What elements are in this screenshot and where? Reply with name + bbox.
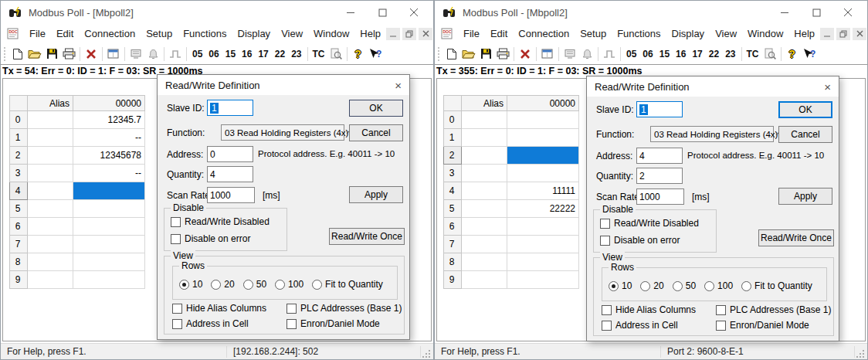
function-15-button[interactable]: 15 <box>656 49 673 59</box>
alias-cell[interactable] <box>462 182 507 200</box>
communication-log-icon[interactable] <box>761 46 778 62</box>
cancel-button[interactable]: Cancel <box>778 126 832 143</box>
context-help-icon[interactable]: ? <box>367 46 384 62</box>
mdi-minimize-icon[interactable] <box>386 28 400 40</box>
toolbar-grip[interactable] <box>438 47 440 61</box>
value-cell[interactable]: 12345678 <box>73 147 145 165</box>
mdi-close-icon[interactable] <box>853 28 866 40</box>
scan-rate-field[interactable]: 1000 <box>636 188 684 205</box>
function-select[interactable]: 03 Read Holding Registers (4x) <box>650 126 774 142</box>
row-header[interactable]: 3 <box>444 165 462 182</box>
test-center-button[interactable]: TC <box>310 49 327 59</box>
open-file-icon[interactable] <box>26 46 43 62</box>
pulse-icon[interactable] <box>601 46 618 62</box>
alias-cell[interactable] <box>28 236 73 253</box>
row-header[interactable]: 9 <box>10 271 28 289</box>
test-center-button[interactable]: TC <box>744 49 761 59</box>
hide-alias-columns-checkbox[interactable]: Hide Alias Columns <box>602 304 696 315</box>
row-header[interactable]: 7 <box>444 236 462 253</box>
rows-100-radio[interactable]: 100 <box>704 280 733 291</box>
hide-alias-columns-checkbox[interactable]: Hide Alias Columns <box>172 303 266 314</box>
read-write-once-button[interactable]: Read/Write Once <box>329 228 405 245</box>
value-cell[interactable] <box>73 236 145 253</box>
row-header[interactable]: 5 <box>444 200 462 218</box>
address-field[interactable]: 0 <box>207 146 253 162</box>
rows-10-radio[interactable]: 10 <box>609 280 632 291</box>
value-cell[interactable] <box>73 253 145 271</box>
scan-rate-field[interactable]: 1000 <box>207 187 255 203</box>
function-16-button[interactable]: 16 <box>673 49 689 59</box>
alias-cell[interactable] <box>462 218 507 236</box>
value-cell[interactable] <box>73 271 145 289</box>
fit-to-quantity-radio[interactable]: Fit to Quantity <box>312 279 383 290</box>
ok-button[interactable]: OK <box>778 101 832 118</box>
menu-edit[interactable]: Edit <box>51 28 79 39</box>
menu-edit[interactable]: Edit <box>485 28 513 39</box>
address-field[interactable]: 4 <box>636 148 683 164</box>
new-file-icon[interactable] <box>9 46 26 62</box>
resize-grip[interactable] <box>422 349 431 358</box>
titlebar[interactable]: Modbus Poll - [Mbpoll2] <box>1 1 433 24</box>
alias-cell[interactable] <box>28 218 73 236</box>
print-icon[interactable] <box>60 46 77 62</box>
value-cell[interactable] <box>507 271 579 289</box>
dialog-titlebar[interactable]: Read/Write Definition × <box>587 76 839 97</box>
dialog-close-icon[interactable]: × <box>824 81 831 93</box>
alias-cell[interactable] <box>28 200 73 218</box>
function-23-button[interactable]: 23 <box>288 49 304 59</box>
function-06-button[interactable]: 06 <box>205 49 222 59</box>
read-write-disabled-checkbox[interactable]: Read/Write Disabled <box>171 216 270 227</box>
menu-connection[interactable]: Connection <box>513 28 575 39</box>
apply-button[interactable]: Apply <box>778 188 832 205</box>
alias-cell[interactable] <box>462 111 507 129</box>
ok-button[interactable]: OK <box>349 100 403 117</box>
row-header[interactable]: 1 <box>10 129 28 147</box>
row-header[interactable]: 8 <box>444 253 462 271</box>
function-23-button[interactable]: 23 <box>722 49 738 59</box>
enron-daniel-checkbox[interactable]: Enron/Daniel Mode <box>716 320 809 331</box>
rows-20-radio[interactable]: 20 <box>640 280 663 291</box>
alias-cell[interactable] <box>462 271 507 289</box>
function-22-button[interactable]: 22 <box>272 49 288 59</box>
row-header[interactable]: 0 <box>10 111 28 129</box>
alarm-icon[interactable] <box>144 46 161 62</box>
row-header[interactable]: 2 <box>10 147 28 165</box>
plc-addresses-checkbox[interactable]: PLC Addresses (Base 1) <box>287 303 402 314</box>
read-write-disabled-checkbox[interactable]: Read/Write Disabled <box>600 218 699 229</box>
row-header-current[interactable]: 4 <box>10 182 28 200</box>
print-icon[interactable] <box>494 46 511 62</box>
value-cell[interactable] <box>507 111 579 129</box>
minimize-icon[interactable] <box>345 7 356 18</box>
alias-cell[interactable] <box>28 111 73 129</box>
menu-connection[interactable]: Connection <box>79 28 141 39</box>
rows-20-radio[interactable]: 20 <box>211 279 234 290</box>
fit-to-quantity-radio[interactable]: Fit to Quantity <box>741 280 812 291</box>
read-write-once-button[interactable]: Read/Write Once <box>758 229 834 246</box>
alias-cell[interactable] <box>28 165 73 182</box>
address-column-header[interactable]: 00000 <box>73 96 145 111</box>
alias-cell[interactable] <box>462 200 507 218</box>
value-cell[interactable]: 22222 <box>507 200 579 218</box>
menu-functions[interactable]: Functions <box>612 28 666 39</box>
quantity-field[interactable]: 2 <box>636 168 683 184</box>
mdi-close-icon[interactable] <box>419 28 432 40</box>
mdi-restore-icon[interactable] <box>836 28 850 40</box>
menu-display[interactable]: Display <box>232 28 276 39</box>
function-17-button[interactable]: 17 <box>689 49 705 59</box>
about-icon[interactable]: ? <box>350 46 367 62</box>
enron-daniel-checkbox[interactable]: Enron/Daniel Mode <box>287 318 380 329</box>
pulse-icon[interactable] <box>167 46 184 62</box>
alias-cell[interactable] <box>28 271 73 289</box>
function-06-button[interactable]: 06 <box>639 49 656 59</box>
menu-display[interactable]: Display <box>666 28 710 39</box>
cancel-button[interactable]: Cancel <box>349 124 403 141</box>
alias-cell[interactable] <box>462 165 507 182</box>
value-cell[interactable]: -- <box>73 165 145 182</box>
rows-50-radio[interactable]: 50 <box>243 279 266 290</box>
selected-value-cell[interactable] <box>73 182 145 200</box>
menu-functions[interactable]: Functions <box>178 28 232 39</box>
value-cell[interactable] <box>73 218 145 236</box>
toolbar-grip[interactable] <box>4 47 6 61</box>
poll-definition-icon[interactable] <box>127 46 144 62</box>
rows-10-radio[interactable]: 10 <box>179 279 202 290</box>
